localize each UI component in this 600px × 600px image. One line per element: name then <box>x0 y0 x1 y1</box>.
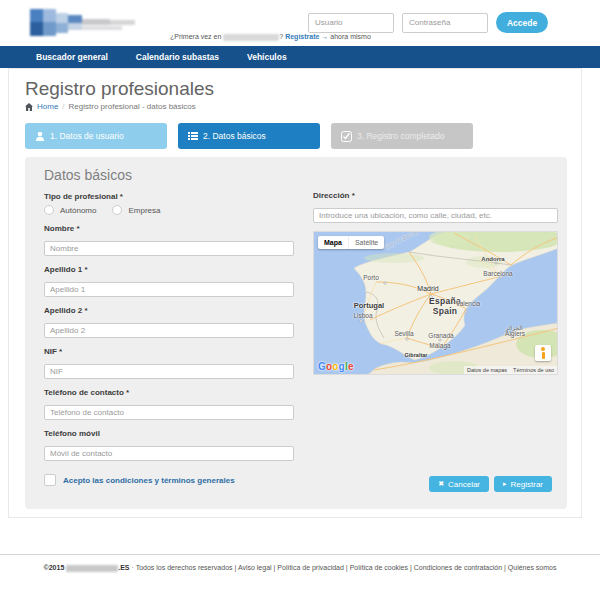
first-time-suffix: ? <box>279 33 283 40</box>
rights-text: · Todos los derechos reservados <box>131 564 232 571</box>
tab-step-2-datos-basicos[interactable]: 2. Datos básicos <box>178 123 320 149</box>
apellido1-input[interactable] <box>44 282 294 297</box>
nombre-label: Nombre * <box>44 224 294 233</box>
user-icon <box>35 131 45 141</box>
google-map[interactable]: Bay of Biscay Porto Andorra Barcelona Ma… <box>313 231 558 375</box>
type-radio-group: Autónomo Empresa <box>44 205 294 215</box>
site-logo-redacted[interactable] <box>30 7 140 39</box>
step-label: 3. Registro completado <box>357 131 444 141</box>
terms-of-use-link[interactable]: Términos de uso <box>510 366 557 374</box>
home-icon <box>25 103 33 111</box>
form-panel: Datos básicos Tipo de profesional * Autó… <box>25 157 567 509</box>
page-header: Accede ¿Primera vez en ? Regístrate → ah… <box>0 0 600 46</box>
section-title: Datos básicos <box>44 167 294 183</box>
footer-link-quienes-somos[interactable]: Quiénes somos <box>508 564 557 571</box>
street-view-pegman[interactable] <box>535 345 551 361</box>
pegman-icon <box>541 347 545 351</box>
google-logo[interactable]: Google <box>318 361 354 372</box>
nombre-input[interactable] <box>44 241 294 256</box>
breadcrumb-current: Registro profesional - datos básicos <box>69 102 196 111</box>
footer-separator: | <box>274 564 276 571</box>
first-time-text: ¿Primera vez en ? Regístrate → ahora mis… <box>170 33 470 41</box>
content-wrapper: Registro profesionales Home / Registro p… <box>8 68 582 518</box>
apellido2-input[interactable] <box>44 323 294 338</box>
tab-step-3-registro-completado[interactable]: 3. Registro completado <box>331 123 473 149</box>
checkbox-check-icon <box>341 131 352 142</box>
page-title: Registro profesionales <box>25 78 214 100</box>
nif-input[interactable] <box>44 364 294 379</box>
copyright-year: ©2015 <box>44 564 65 571</box>
step-label: 2. Datos básicos <box>203 131 266 141</box>
form-actions: ✖ Cancelar ▸ Registrar <box>429 476 552 492</box>
terms-row: Acepto las condiciones y términos genera… <box>44 474 294 486</box>
cancel-button[interactable]: ✖ Cancelar <box>429 476 489 492</box>
nav-item-vehiculos[interactable]: Vehículos <box>233 46 301 68</box>
step-tabs: 1. Datos de usuario 2. Datos básicos 3. … <box>25 123 567 149</box>
map-graphics <box>314 232 558 375</box>
radio-empresa-label: Empresa <box>128 206 160 215</box>
first-time-prefix: ¿Primera vez en <box>170 33 221 40</box>
footer-link-privacidad[interactable]: Política de privacidad <box>277 564 344 571</box>
footer-link-cookies[interactable]: Política de cookies <box>350 564 408 571</box>
login-button[interactable]: Accede <box>496 12 548 33</box>
map-data-link[interactable]: Datos de mapas <box>464 366 510 374</box>
radio-autonomo-label: Autónomo <box>60 206 96 215</box>
login-form: Accede <box>308 12 548 33</box>
map-type-satelite-button[interactable]: Satélite <box>348 236 384 249</box>
chevron-right-icon: ▸ <box>503 480 507 488</box>
footer-domain-suffix: .ES <box>118 564 129 571</box>
form-right-column: Dirección * <box>313 191 558 375</box>
site-name-redacted <box>223 34 279 41</box>
breadcrumb-home[interactable]: Home <box>37 102 58 111</box>
password-input[interactable] <box>402 13 488 33</box>
arrow-right-icon: → <box>321 33 328 40</box>
breadcrumb-separator: / <box>62 102 64 111</box>
radio-empresa[interactable] <box>112 205 122 215</box>
register-suffix: ahora mismo <box>330 33 370 40</box>
step-label: 1. Datos de usuario <box>50 131 124 141</box>
terms-label[interactable]: Acepto las condiciones y términos genera… <box>63 476 235 485</box>
nav-item-buscador-general[interactable]: Buscador general <box>22 46 122 68</box>
telefono-contacto-label: Teléfono de contacto * <box>44 388 294 397</box>
nif-label: NIF * <box>44 347 294 356</box>
map-attribution: Datos de mapas Términos de uso <box>464 366 557 374</box>
footer-separator: | <box>504 564 506 571</box>
telefono-contacto-input[interactable] <box>44 405 294 420</box>
apellido2-label: Apellido 2 * <box>44 306 294 315</box>
list-icon <box>188 131 198 141</box>
main-navbar: Buscador general Calendario subastas Veh… <box>0 46 600 68</box>
footer-separator: | <box>234 564 236 571</box>
direccion-label: Dirección * <box>313 191 558 200</box>
tab-step-1-datos-usuario[interactable]: 1. Datos de usuario <box>25 123 167 149</box>
footer-separator: | <box>346 564 348 571</box>
page-footer: ©2015 .ES · Todos los derechos reservado… <box>0 554 600 572</box>
username-input[interactable] <box>308 13 394 33</box>
nav-item-calendario-subastas[interactable]: Calendario subastas <box>122 46 233 68</box>
apellido1-label: Apellido 1 * <box>44 265 294 274</box>
terms-checkbox[interactable] <box>44 474 56 486</box>
footer-domain-redacted <box>66 565 118 572</box>
form-left-column: Datos básicos Tipo de profesional * Autó… <box>44 167 294 486</box>
register-link[interactable]: Regístrate <box>285 33 319 40</box>
telefono-movil-input[interactable] <box>44 446 294 461</box>
type-label: Tipo de profesional * <box>44 192 294 201</box>
footer-link-contratacion[interactable]: Condiciones de contratación <box>414 564 502 571</box>
direccion-input[interactable] <box>313 208 558 223</box>
map-type-control: Mapa Satélite <box>318 236 384 249</box>
register-button[interactable]: ▸ Registrar <box>494 476 552 492</box>
breadcrumb: Home / Registro profesional - datos bási… <box>25 102 196 111</box>
radio-autonomo[interactable] <box>44 205 54 215</box>
x-icon: ✖ <box>438 480 444 488</box>
telefono-movil-label: Teléfono móvil <box>44 429 294 438</box>
footer-link-aviso-legal[interactable]: Aviso legal <box>238 564 272 571</box>
map-type-mapa-button[interactable]: Mapa <box>318 236 348 249</box>
footer-separator: | <box>410 564 412 571</box>
